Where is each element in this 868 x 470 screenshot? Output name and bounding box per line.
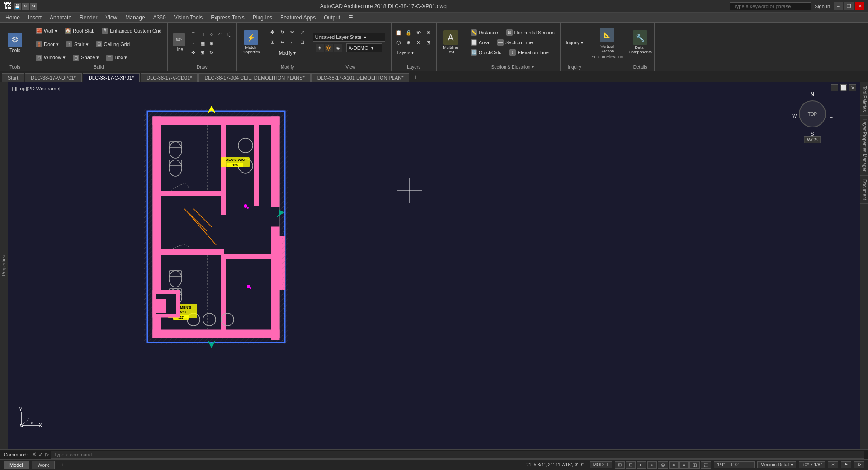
menu-output[interactable]: Output (320, 14, 344, 22)
angle-btn[interactable]: +0° 7 1/8" (799, 461, 825, 468)
tab-a101[interactable]: DLC-38-17-A101 DEMOLITION PLAN* (311, 73, 410, 82)
command-confirm-btn[interactable]: ✓ (38, 451, 43, 458)
modify-rotate[interactable]: ↻ (278, 28, 287, 37)
modify-move[interactable]: ✥ (268, 28, 277, 37)
menu-extra[interactable]: ☰ (344, 14, 357, 22)
canvas-area[interactable]: [-][Top][2D Wireframe] − ⬜ ✕ N TOP W E S… (8, 82, 860, 449)
match-properties-button[interactable]: ⚡ Match Properties (240, 27, 262, 58)
workspace-btn[interactable]: ⚙ (854, 461, 864, 468)
draw-dot-btn[interactable]: · (189, 39, 198, 47)
modify-extend[interactable]: ⤢ (298, 28, 307, 37)
menu-vision-tools[interactable]: Vision Tools (170, 14, 207, 22)
draw-poly-btn[interactable]: ⬡ (226, 30, 234, 38)
add-layout-btn[interactable]: + (57, 460, 68, 470)
menu-featured-apps[interactable]: Featured Apps (277, 14, 319, 22)
layer-demo-dropdown[interactable]: A-DEMO (346, 43, 382, 52)
draw-rect-btn[interactable]: □ (198, 30, 207, 38)
draw-rotate-btn[interactable]: ↻ (208, 48, 216, 56)
draw-curve-btn[interactable]: ⌒ (189, 30, 198, 38)
minimize-button[interactable]: − (834, 2, 843, 10)
detail-btn[interactable]: Medium Detail ▾ (757, 461, 796, 468)
layers-icon-2[interactable]: 🔒 (404, 28, 413, 37)
layer-state-dropdown[interactable]: Unsaved Layer State (313, 33, 385, 42)
tab-dp01[interactable]: DLC-38-17-V-DP01* (25, 73, 82, 82)
tab-demolition-plans[interactable]: DLC-38-17-004 CEI... DEMOLITION PLANS* (198, 73, 310, 82)
tab-model[interactable]: Model (4, 461, 29, 469)
modify-mirror[interactable]: ⇔ (278, 38, 287, 47)
close-button[interactable]: ✕ (855, 2, 864, 10)
isolate-btn[interactable]: ☀ (828, 461, 838, 468)
elevation-line-btn[interactable]: ↕Elevation Line (507, 48, 552, 57)
command-input[interactable] (51, 451, 864, 459)
otrack-btn[interactable]: ∞ (669, 461, 679, 469)
ceiling-grid-btn[interactable]: ⊞Ceiling Grid (93, 40, 132, 49)
detail-components-button[interactable]: 🔧 DetailComponents (629, 27, 651, 58)
modify-copy[interactable]: ⊞ (268, 38, 277, 47)
transparency-btn[interactable]: ◫ (689, 461, 700, 469)
stair-btn[interactable]: ↑Stair ▾ (63, 40, 91, 49)
door-btn[interactable]: 🚪Door ▾ (33, 40, 61, 49)
lineweight-btn[interactable]: ≡ (679, 461, 689, 469)
draw-region-btn[interactable]: ⊕ (208, 39, 216, 47)
layers-icon-6[interactable]: ⊕ (404, 38, 413, 47)
osnap-btn[interactable]: ◎ (658, 461, 668, 469)
restore-button[interactable]: ❐ (844, 2, 854, 10)
grid-btn[interactable]: ⊞ (615, 461, 625, 469)
tab-work[interactable]: Work (32, 461, 55, 469)
menu-plug-ins[interactable]: Plug-ins (249, 14, 276, 22)
draw-extra-btn[interactable]: ⋯ (217, 39, 225, 47)
scale-btn[interactable]: 1/4" = 1'-0" (714, 461, 755, 468)
quick-access-save[interactable]: 💾 (14, 3, 21, 10)
sign-in-btn[interactable]: Sign In (815, 4, 830, 9)
tab-start[interactable]: Start (2, 73, 24, 82)
layers-dropdown[interactable]: Layers ▾ (394, 48, 433, 57)
box-btn[interactable]: □Box ▾ (104, 53, 130, 62)
selection-btn[interactable]: ⬚ (701, 461, 711, 469)
menu-home[interactable]: Home (2, 14, 24, 22)
model-btn[interactable]: MODEL (590, 461, 613, 468)
layers-icon-7[interactable]: ✕ (414, 38, 423, 47)
inquiry-dropdown[interactable]: Inquiry ▾ (563, 38, 586, 47)
quick-access-undo[interactable]: ↩ (22, 3, 29, 10)
snap-btn[interactable]: ⊡ (626, 461, 636, 469)
add-tab-button[interactable]: + (410, 72, 421, 82)
canvas-close-btn[interactable]: ✕ (849, 84, 856, 91)
ortho-btn[interactable]: ⊏ (637, 461, 646, 469)
layers-icon-5[interactable]: ⬡ (394, 38, 403, 47)
polar-btn[interactable]: ⟡ (647, 461, 657, 469)
canvas-minimize-btn[interactable]: − (831, 84, 838, 91)
layers-icon-8[interactable]: ⊡ (424, 38, 433, 47)
layers-icon-1[interactable]: 📋 (394, 28, 403, 37)
menu-manage[interactable]: Manage (122, 14, 148, 22)
search-input[interactable] (730, 2, 811, 10)
multiline-text-button[interactable]: A MultilineText (439, 27, 462, 58)
view-icon-3[interactable]: ◈ (334, 44, 342, 52)
menu-render[interactable]: Render (76, 14, 101, 22)
tab-xp01[interactable]: DLC-38-17-C-XP01* (83, 73, 140, 82)
menu-annotate[interactable]: Annotate (46, 14, 75, 22)
section-line-btn[interactable]: —Section Line (495, 38, 536, 47)
draw-move-btn[interactable]: ✥ (189, 48, 198, 56)
draw-hatch-btn[interactable]: ▦ (198, 39, 207, 47)
vertical-section-button[interactable]: 📐 (596, 26, 618, 44)
draw-circle-btn[interactable]: ○ (208, 30, 216, 38)
space-btn[interactable]: ◻Space ▾ (70, 53, 102, 62)
modify-dropdown[interactable]: Modify ▾ (276, 48, 298, 57)
quickcalc-btn[interactable]: 🔢QuickCalc (468, 48, 504, 57)
menu-express-tools[interactable]: Express Tools (207, 14, 248, 22)
section-elevation-dropdown[interactable]: Section & Elevation ▾ (491, 65, 534, 70)
modify-trim[interactable]: ✂ (288, 28, 297, 37)
tab-cd01[interactable]: DLC-38-17-V-CD01* (141, 73, 198, 82)
window-btn[interactable]: ⊡Window ▾ (33, 53, 68, 62)
layers-icon-3[interactable]: 👁 (414, 28, 423, 37)
document-sidebar[interactable]: Document (860, 176, 868, 204)
enhanced-custom-grid-btn[interactable]: #Enhanced Custom Grid (99, 26, 164, 35)
left-sidebar-properties[interactable]: Properties (0, 82, 8, 449)
modify-fillet[interactable]: ⌐ (288, 38, 297, 47)
menu-a360[interactable]: A360 (150, 14, 170, 22)
layers-icon-4[interactable]: ☀ (424, 28, 433, 37)
command-cancel-btn[interactable]: ✕ (32, 451, 37, 458)
draw-copy-btn[interactable]: ⊞ (198, 48, 207, 56)
area-btn[interactable]: ⬜Area (468, 38, 492, 47)
distance-btn[interactable]: 📏Distance (468, 28, 501, 37)
